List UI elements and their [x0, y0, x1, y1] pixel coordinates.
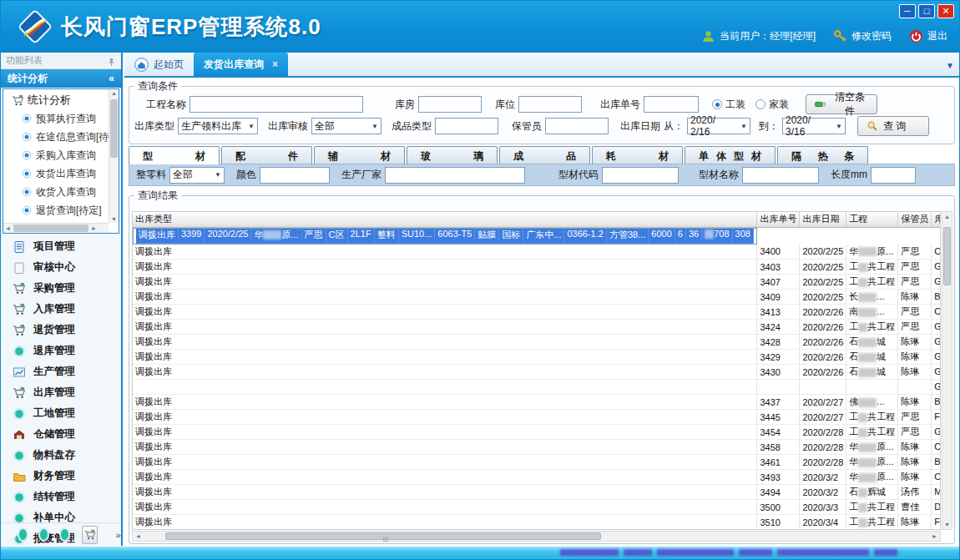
profile-code-input[interactable] [602, 167, 679, 184]
table-row[interactable]: 调拨出库34092020/2/25长...陈琳B区2R5F整料LI35HD606… [133, 290, 941, 305]
table-row[interactable]: 调拨出库34612020/2/28华原...陈琳B区1R2F整料F8877FT6… [133, 455, 941, 470]
table-row[interactable]: 调拨出库34072020/2/25工共工程严思G区1L1F整料光身料6063-T… [133, 275, 941, 290]
material-tab-7[interactable]: 隔热条 [777, 146, 868, 164]
tree-horizontal-scrollbar[interactable]: ◄ ► [3, 223, 109, 233]
circle-icon[interactable] [61, 529, 68, 540]
order-no-input[interactable] [644, 96, 699, 113]
table-row[interactable]: 调拨出库34932020/3/2华原...陈琳C区1L1F整料黑色塑料不贴膜国标… [133, 470, 941, 485]
table-row[interactable]: 调拨出库34032020/2/25工共工程严思G区1R1F整料光身料6063-T… [133, 260, 941, 275]
tree-item-0[interactable]: 预算执行查询 [3, 109, 119, 128]
table-row[interactable]: 调拨出库34302020/2/26石城陈琳G区3L3F整料KLM38176063… [133, 365, 941, 380]
scroll-right-icon[interactable]: ► [91, 225, 97, 231]
tree-item-5[interactable]: 退货查询[待定] [3, 201, 119, 219]
table-row[interactable]: 调拨出库34242020/2/26工共工程严思G区1L1F整料光身料6063-T… [133, 320, 941, 335]
date-from-select[interactable]: 2020/ 2/16▼ [687, 118, 750, 134]
clear-conditions-button[interactable]: 清空条件 [806, 94, 877, 114]
minimize-button[interactable]: ─ [899, 4, 916, 18]
tab-outbound-query[interactable]: 发货出库查询 × [194, 53, 288, 76]
sidebar-item-audit-center[interactable]: 审核中心 [1, 257, 121, 278]
sidebar-item-inbound-management[interactable]: 入库管理 [1, 299, 121, 320]
search-button[interactable]: 查 询 [857, 116, 929, 136]
table-row[interactable]: 调拨出库34002020/2/25华原...严思C区4L1F整料SU10...6… [133, 245, 941, 260]
manufacturer-input[interactable] [385, 167, 525, 184]
scroll-down-icon[interactable]: ▼ [942, 522, 952, 527]
scroll-up-icon[interactable]: ▲ [109, 90, 119, 96]
scroll-left-icon[interactable]: ◄ [135, 533, 141, 539]
grid-column-header[interactable]: 工程 [846, 212, 898, 227]
color-input[interactable] [260, 167, 330, 184]
sidebar-item-purchase-management[interactable]: 采购管理 [1, 278, 121, 299]
circle-icon[interactable] [19, 529, 27, 540]
project-name-input[interactable] [189, 96, 363, 113]
circle-icon[interactable] [40, 529, 48, 540]
grid-column-header[interactable]: 出库单号 [757, 212, 800, 227]
sidebar-item-carryover-management[interactable]: 结转管理 [1, 487, 121, 507]
tab-close-icon[interactable]: × [272, 58, 278, 70]
warehouse-input[interactable] [418, 96, 482, 113]
section-header-stats[interactable]: 统计分析 « [1, 69, 121, 88]
table-row[interactable]: 调拨出库34582020/2/28华原...陈琳C区4L1F整料光身料6063-… [133, 440, 941, 455]
change-password-button[interactable]: 修改密码 [833, 29, 892, 43]
tab-home[interactable]: 起始页 [124, 53, 194, 76]
pin-icon[interactable] [107, 56, 116, 65]
grid-column-header[interactable]: 库房 [932, 212, 941, 227]
scroll-right-icon[interactable]: ► [932, 533, 937, 539]
scroll-down-icon[interactable]: ▼ [109, 216, 119, 222]
sidebar-item-outbound-management[interactable]: 出库管理 [1, 382, 121, 403]
table-row[interactable]: 调拨出库34132020/2/26南...严思C区5R3F整料G71422606… [133, 305, 941, 320]
audit-select[interactable]: 全部▼ [311, 118, 381, 134]
material-tab-2[interactable]: 辅材 [314, 146, 405, 164]
material-tab-3[interactable]: 玻璃 [407, 146, 498, 164]
grid-column-header[interactable]: 出库类型 [133, 212, 757, 227]
whole-part-select[interactable]: 全部▼ [169, 167, 225, 184]
logout-button[interactable]: 退出 [909, 29, 947, 43]
table-row[interactable]: 调拨出库34282020/2/26石城陈琳G区2L4F整料KLM38176063… [133, 335, 941, 350]
sidebar-item-finance-management[interactable]: 财务管理 [1, 466, 121, 487]
profile-name-input[interactable] [742, 167, 819, 184]
table-row[interactable]: G区3L3F整料KLM38176063-T5贴膜国标山东华...GA90M09.… [133, 380, 941, 395]
sidebar-item-returns-management[interactable]: 退货管理 [1, 320, 121, 341]
collapse-icon[interactable]: « [109, 69, 114, 88]
tree-item-4[interactable]: 收货入库查询 [3, 183, 119, 201]
grid-horizontal-scrollbar[interactable]: ◄ ||| ► [132, 531, 941, 542]
sidebar-item-return-warehouse-management[interactable]: 退库管理 [1, 341, 121, 361]
tab-overflow-icon[interactable]: ▼ [946, 61, 954, 70]
table-row[interactable]: 调拨出库33992020/2/25华原...严思C区2L1F整料SU10...6… [133, 228, 757, 245]
table-row[interactable]: 调拨出库34542020/2/28工共工程严思G区1R1F整料光身料6063-T… [133, 425, 941, 440]
scroll-up-icon[interactable]: ▲ [942, 214, 952, 219]
material-tab-6[interactable]: 单体型材 [685, 146, 776, 164]
radio-home-decor[interactable]: 家装 [755, 98, 789, 112]
table-row[interactable]: 调拨出库35102020/3/4工共工程陈琳F区5R1F整料光身料6063-T5… [133, 515, 941, 530]
sidebar-item-warehouse-management[interactable]: 仓储管理 [1, 424, 121, 445]
sidebar-item-production-management[interactable]: 生产管理 [1, 361, 121, 382]
table-row[interactable]: 调拨出库34942020/3/2石辉城汤伟M区5R1F整料光身料6063-T5贴… [133, 485, 941, 500]
more-chevron-icon[interactable]: » [116, 530, 121, 540]
cart-toolbar-button[interactable] [82, 526, 98, 544]
material-tab-1[interactable]: 配件 [221, 146, 312, 164]
location-input[interactable] [518, 96, 582, 113]
table-row[interactable]: 调拨出库34452020/2/27工共工程严思F区5R1F整料光身料6063-T… [133, 410, 941, 425]
outbound-type-select[interactable]: 生产领料出库▼ [178, 118, 258, 134]
maximize-button[interactable]: □ [918, 4, 935, 18]
table-row[interactable]: 调拨出库34372020/2/27佛...陈琳B区3R6F整料PW056063-… [133, 395, 941, 410]
close-button[interactable]: ✕ [937, 4, 954, 18]
date-to-select[interactable]: 2020/ 3/16▼ [782, 118, 846, 134]
tree-root-stats[interactable]: 统计分析 [3, 89, 119, 109]
tree-item-1[interactable]: 在途信息查询[待 [3, 128, 119, 146]
grid-column-header[interactable]: 出库日期 [800, 212, 846, 227]
table-row[interactable]: 调拨出库34292020/2/26石城陈琳G区5R2F整料KLM38176063… [133, 350, 941, 365]
material-tab-5[interactable]: 耗材 [592, 146, 683, 164]
material-tab-4[interactable]: 成品 [499, 146, 590, 164]
product-type-input[interactable] [435, 118, 498, 134]
keeper-input[interactable] [545, 118, 609, 134]
sidebar-item-material-inventory[interactable]: 物料盘存 [1, 445, 121, 466]
table-row[interactable]: 调拨出库35002020/3/3工共工程曹佳D区3L1F整料LT3P606063… [133, 500, 941, 515]
sidebar-item-site-management[interactable]: 工地管理 [1, 403, 121, 424]
length-input[interactable] [871, 167, 916, 184]
tree-item-3[interactable]: 发货出库查询 [3, 164, 119, 183]
scroll-left-icon[interactable]: ◄ [5, 225, 11, 231]
sidebar-item-project-management[interactable]: 项目管理 [1, 236, 121, 257]
radio-engineering[interactable]: 工装 [712, 98, 745, 112]
material-tab-0[interactable]: 型材 [129, 146, 220, 164]
grid-vertical-scrollbar[interactable]: ▲ ▼ [942, 211, 952, 530]
